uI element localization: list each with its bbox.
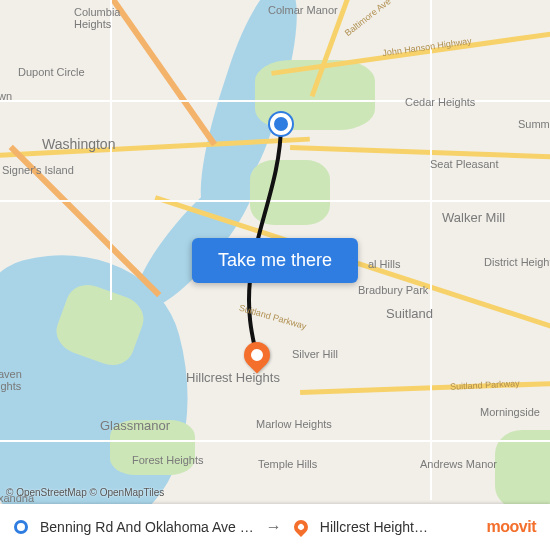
- destination-marker[interactable]: [244, 342, 270, 368]
- map-viewport[interactable]: Washington Columbia Heights Dupont Circl…: [0, 0, 550, 550]
- destination-icon: [294, 520, 308, 534]
- street: [430, 0, 432, 500]
- pin-icon: [239, 337, 276, 374]
- nbhd-label: District Heights: [484, 256, 550, 268]
- nbhd-label: Signer's Island: [2, 164, 74, 176]
- nbhd-label: Walker Mill: [442, 210, 505, 225]
- nbhd-label: Hillcrest Heights: [186, 370, 280, 385]
- nbhd-label: Silver Hill: [292, 348, 338, 360]
- nbhd-label: Suitland: [386, 306, 433, 321]
- nbhd-label: aven ights: [0, 368, 22, 392]
- nbhd-label: Cedar Heights: [405, 96, 475, 108]
- from-to-bar: Benning Rd And Oklahoma Ave … → Hillcres…: [0, 504, 550, 550]
- nbhd-label: Forest Heights: [132, 454, 204, 466]
- nbhd-label: al Hills: [368, 258, 400, 270]
- nbhd-label: Marlow Heights: [256, 418, 332, 430]
- nbhd-label: Colmar Manor: [268, 4, 338, 16]
- origin-icon: [14, 520, 28, 534]
- nbhd-label: wn: [0, 90, 12, 102]
- nbhd-label: Columbia Heights: [74, 6, 120, 30]
- arrow-right-icon: →: [266, 518, 282, 536]
- nbhd-label: Glassmanor: [100, 418, 170, 433]
- origin-marker[interactable]: [270, 113, 292, 135]
- map-attribution: © OpenStreetMap © OpenMapTiles: [6, 487, 164, 498]
- street: [0, 440, 550, 442]
- nbhd-label: Seat Pleasant: [430, 158, 499, 170]
- park-area: [495, 430, 550, 510]
- street: [0, 200, 550, 202]
- nbhd-label: Summ: [518, 118, 550, 130]
- nbhd-label: Temple Hills: [258, 458, 317, 470]
- from-label[interactable]: Benning Rd And Oklahoma Ave …: [40, 519, 254, 535]
- brand-logo[interactable]: moovit: [487, 518, 536, 536]
- to-label[interactable]: Hillcrest Height…: [320, 519, 428, 535]
- nbhd-label: Bradbury Park: [358, 284, 428, 296]
- park-area: [250, 160, 330, 225]
- nbhd-label: Dupont Circle: [18, 66, 85, 78]
- city-label-washington: Washington: [42, 136, 115, 152]
- nbhd-label: Morningside: [480, 406, 540, 418]
- nbhd-label: Andrews Manor: [420, 458, 497, 470]
- take-me-there-button[interactable]: Take me there: [192, 238, 358, 283]
